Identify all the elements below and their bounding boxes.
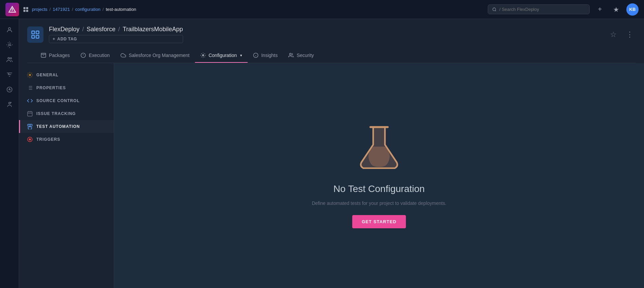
project-icon bbox=[27, 26, 43, 43]
header-actions: ☆ ⋮ bbox=[607, 28, 636, 41]
svg-point-25 bbox=[290, 53, 291, 55]
breadcrumb-project-id[interactable]: 1471921 bbox=[53, 7, 70, 12]
breadcrumb: projects / 1471921 / configuration / tes… bbox=[23, 7, 136, 12]
sidebar-users-btn[interactable] bbox=[3, 53, 16, 66]
config-nav-properties[interactable]: PROPERTIES bbox=[19, 81, 114, 94]
tab-security[interactable]: Security bbox=[283, 49, 319, 63]
search-icon bbox=[492, 7, 497, 12]
config-nav-general[interactable]: GENERAL bbox=[19, 69, 114, 81]
project-title-row: FlexDeploy / Salesforce / TrailblazersMo… bbox=[27, 26, 636, 43]
more-options-button[interactable]: ⋮ bbox=[624, 28, 636, 41]
breadcrumb-projects[interactable]: projects bbox=[32, 7, 48, 12]
content-area: FlexDeploy / Salesforce / TrailblazersMo… bbox=[19, 19, 644, 288]
svg-rect-20 bbox=[36, 35, 39, 38]
config-gear-icon bbox=[200, 53, 206, 58]
tab-configuration-label: Configuration bbox=[209, 53, 237, 58]
properties-icon bbox=[27, 85, 33, 91]
sidebar-person-btn[interactable] bbox=[3, 23, 16, 37]
project-parent: FlexDeploy bbox=[49, 26, 79, 33]
project-info: FlexDeploy / Salesforce / TrailblazersMo… bbox=[49, 26, 183, 43]
users-icon bbox=[6, 56, 13, 63]
svg-point-16 bbox=[8, 102, 10, 104]
below-tabs: GENERAL PROPERTIES bbox=[19, 63, 644, 288]
get-started-button[interactable]: GET STARTED bbox=[352, 215, 406, 228]
test-automation-nav-icon bbox=[27, 123, 33, 130]
sidebar-filter-btn[interactable] bbox=[3, 68, 16, 81]
execution-icon bbox=[80, 53, 86, 58]
config-nav-general-label: GENERAL bbox=[36, 73, 58, 77]
svg-point-6 bbox=[493, 8, 496, 11]
cloud-icon bbox=[121, 53, 126, 58]
svg-rect-5 bbox=[26, 10, 28, 12]
tab-bar: Packages Execution Salesforce Org Manage… bbox=[27, 49, 636, 63]
config-nav-triggers-label: TRIGGERS bbox=[36, 137, 60, 142]
security-icon bbox=[288, 53, 294, 58]
breadcrumb-config[interactable]: configuration bbox=[75, 7, 100, 12]
config-nav-test-automation-label: TEST AUTOMATION bbox=[36, 124, 80, 129]
tab-salesforce-org[interactable]: Salesforce Org Management bbox=[115, 49, 195, 63]
tab-insights[interactable]: Insights bbox=[248, 49, 283, 63]
tab-execution[interactable]: Execution bbox=[75, 49, 115, 63]
svg-point-10 bbox=[10, 58, 12, 59]
star-button[interactable]: ★ bbox=[610, 3, 622, 16]
add-tag-button[interactable]: + ADD TAG bbox=[49, 35, 183, 43]
project-header: FlexDeploy / Salesforce / TrailblazersMo… bbox=[19, 19, 644, 63]
packages-icon bbox=[41, 53, 46, 58]
config-nav-issue-tracking[interactable]: ISSUE TRACKING bbox=[19, 107, 114, 120]
svg-line-14 bbox=[8, 73, 9, 74]
issue-tracking-icon bbox=[27, 111, 33, 117]
config-nav-test-automation[interactable]: TEST AUTOMATION bbox=[19, 120, 114, 133]
main-content: No Test Configuration Define automated t… bbox=[114, 63, 644, 288]
svg-rect-3 bbox=[26, 7, 28, 9]
triggers-icon bbox=[27, 136, 33, 142]
svg-rect-18 bbox=[32, 35, 35, 38]
project-path: FlexDeploy / Salesforce / TrailblazersMo… bbox=[49, 26, 183, 33]
team-icon bbox=[6, 101, 13, 108]
sidebar-deploy-btn[interactable] bbox=[3, 83, 16, 96]
sidebar-gear-btn[interactable] bbox=[3, 38, 16, 52]
main-layout: FlexDeploy / Salesforce / TrailblazersMo… bbox=[0, 19, 644, 288]
tab-security-label: Security bbox=[297, 53, 314, 58]
avatar[interactable]: KB bbox=[626, 3, 639, 16]
svg-point-7 bbox=[8, 27, 11, 30]
tab-insights-label: Insights bbox=[261, 53, 278, 58]
svg-rect-2 bbox=[23, 7, 25, 9]
filter-icon bbox=[6, 71, 13, 78]
svg-rect-19 bbox=[36, 31, 39, 34]
svg-rect-17 bbox=[32, 31, 35, 34]
chevron-down-icon: ▾ bbox=[240, 53, 242, 58]
search-input[interactable] bbox=[499, 7, 585, 12]
tab-packages-label: Packages bbox=[49, 53, 70, 58]
logo[interactable] bbox=[5, 3, 19, 16]
general-gear-icon bbox=[27, 72, 33, 78]
svg-point-8 bbox=[8, 44, 10, 46]
tab-salesforce-org-label: Salesforce Org Management bbox=[129, 53, 190, 58]
empty-state: No Test Configuration Define automated t… bbox=[312, 123, 446, 228]
left-sidebar bbox=[0, 19, 19, 288]
empty-state-desc: Define automated tests for your project … bbox=[312, 200, 446, 207]
config-nav-triggers[interactable]: TRIGGERS bbox=[19, 133, 114, 146]
svg-point-38 bbox=[29, 139, 31, 140]
flask-icon bbox=[354, 123, 405, 175]
empty-state-title: No Test Configuration bbox=[334, 184, 425, 194]
breadcrumb-current: test-automation bbox=[106, 7, 136, 12]
tab-configuration[interactable]: Configuration ▾ bbox=[195, 49, 248, 63]
config-nav-issue-tracking-label: ISSUE TRACKING bbox=[36, 111, 76, 116]
favorite-button[interactable]: ☆ bbox=[607, 28, 620, 41]
sidebar-team-btn[interactable] bbox=[3, 98, 16, 111]
svg-point-23 bbox=[202, 55, 204, 56]
add-tag-label: ADD TAG bbox=[57, 37, 77, 41]
config-nav-source-control[interactable]: SOURCE CONTROL bbox=[19, 94, 114, 107]
svg-rect-4 bbox=[23, 10, 25, 12]
svg-rect-33 bbox=[28, 112, 32, 116]
search-bar[interactable] bbox=[488, 4, 590, 14]
top-bar: projects / 1471921 / configuration / tes… bbox=[0, 0, 644, 19]
tab-packages[interactable]: Packages bbox=[35, 49, 75, 63]
top-bar-right: + ★ KB bbox=[488, 3, 639, 16]
add-button[interactable]: + bbox=[594, 3, 606, 16]
person-icon bbox=[6, 26, 13, 33]
svg-point-26 bbox=[29, 74, 31, 76]
deploy-icon bbox=[6, 86, 13, 93]
svg-rect-21 bbox=[41, 53, 46, 54]
source-control-icon bbox=[27, 98, 33, 104]
